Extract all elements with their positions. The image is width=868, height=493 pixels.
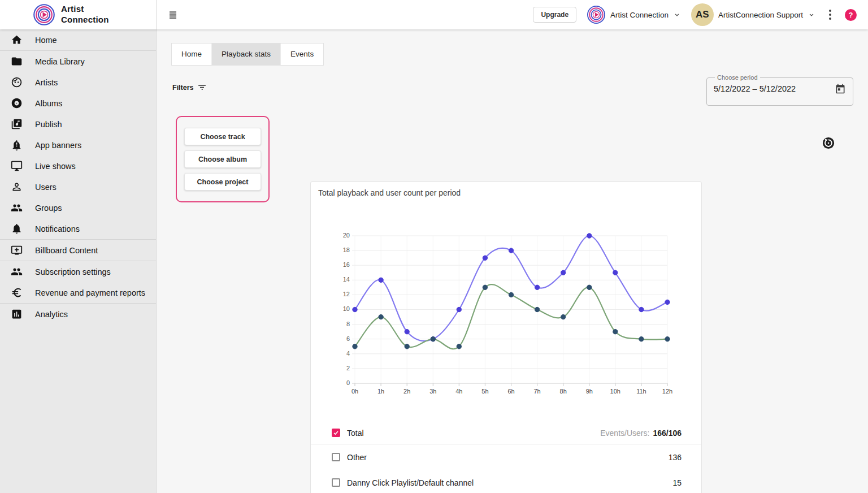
sidebar-item-revenue-and-payment-reports[interactable]: Revenue and payment reports	[0, 282, 156, 303]
svg-text:12: 12	[343, 291, 350, 297]
svg-text:5h: 5h	[481, 388, 488, 395]
sidebar-item-notifications[interactable]: Notifications	[0, 218, 156, 239]
folder-icon	[11, 55, 23, 67]
chart-legend: TotalEvents/Users:166/106Other136Danny C…	[311, 422, 701, 493]
sidebar: HomeMedia LibraryArtistsAlbumsPublishApp…	[0, 29, 157, 493]
sidebar-item-label: Revenue and payment reports	[35, 288, 145, 297]
svg-text:4h: 4h	[455, 388, 462, 395]
analytics-icon	[11, 308, 23, 320]
sidebar-item-label: Artists	[35, 78, 58, 87]
sidebar-item-media-library[interactable]: Media Library	[0, 51, 156, 72]
app-logo: Artist Connection	[0, 0, 157, 29]
choose-album-button[interactable]: Choose album	[184, 150, 261, 168]
svg-text:12h: 12h	[662, 388, 672, 395]
library-music-icon	[11, 118, 23, 130]
add-to-queue-icon	[11, 244, 23, 256]
checkbox-checked[interactable]	[332, 429, 340, 437]
svg-text:8: 8	[346, 321, 350, 327]
avatar: AS	[691, 3, 714, 26]
svg-text:10: 10	[343, 305, 350, 312]
upgrade-button[interactable]: Upgrade	[533, 7, 576, 23]
sidebar-item-label: Subscription settings	[35, 267, 111, 276]
sidebar-item-label: Publish	[35, 120, 62, 129]
svg-text:10h: 10h	[610, 388, 620, 395]
user-name: ArtistConnection Support	[718, 11, 803, 19]
legend-row-danny-click-playlist-default-channel: Danny Click Playlist/Default channel15	[311, 470, 701, 493]
sidebar-item-analytics[interactable]: Analytics	[0, 304, 156, 325]
legend-label: Danny Click Playlist/Default channel	[347, 478, 474, 487]
legend-value-group: Events/Users:166/106	[600, 429, 682, 438]
sidebar-item-label: Media Library	[35, 57, 85, 66]
filter-selection-box: Choose trackChoose albumChoose project	[176, 116, 270, 202]
svg-text:2h: 2h	[403, 388, 410, 395]
legend-value-group: 136	[669, 453, 682, 462]
user-menu[interactable]: AS ArtistConnection Support	[691, 3, 815, 26]
sidebar-item-subscription-settings[interactable]: Subscription settings	[0, 261, 156, 282]
tab-bar: HomePlayback statsEvents	[171, 43, 324, 66]
sidebar-item-users[interactable]: Users	[0, 176, 156, 197]
sidebar-item-label: Users	[35, 183, 57, 192]
sidebar-item-label: Notifications	[35, 224, 80, 233]
choose-period-field[interactable]: Choose period 5/12/2022 – 5/12/2022	[706, 74, 853, 106]
account-label: Artist Connection	[610, 11, 669, 19]
chart-title: Total playback and user count per period	[318, 188, 461, 197]
checkbox-unchecked[interactable]	[332, 453, 340, 461]
brand-name: Artist Connection	[61, 4, 109, 25]
help-icon[interactable]	[845, 9, 857, 21]
tab-home[interactable]: Home	[172, 44, 211, 65]
desktop-icon	[11, 160, 23, 172]
svg-text:16: 16	[343, 261, 350, 268]
checkbox-unchecked[interactable]	[332, 478, 340, 487]
sidebar-item-artists[interactable]: Artists	[0, 72, 156, 93]
legend-value-group: 15	[672, 478, 682, 487]
sidebar-item-billboard-content[interactable]: Billboard Content	[0, 240, 156, 261]
album-icon	[11, 97, 23, 109]
legend-value: 136	[669, 453, 682, 462]
legend-row-other: Other136	[311, 444, 701, 470]
sidebar-item-label: Billboard Content	[35, 246, 98, 255]
sidebar-item-label: Live shows	[35, 162, 76, 171]
svg-text:9h: 9h	[586, 388, 593, 395]
people-icon	[11, 202, 23, 214]
svg-text:0h: 0h	[351, 388, 358, 395]
more-options-icon[interactable]	[826, 7, 835, 22]
filters-toggle[interactable]: Filters	[172, 83, 207, 92]
svg-text:2: 2	[346, 365, 350, 371]
choose-track-button[interactable]: Choose track	[184, 128, 261, 145]
sidebar-item-label: Home	[35, 36, 57, 45]
euro-icon	[11, 287, 23, 299]
sidebar-item-albums[interactable]: Albums	[0, 93, 156, 114]
svg-text:1h: 1h	[377, 388, 384, 395]
tab-events[interactable]: Events	[280, 44, 323, 65]
sidebar-item-label: Analytics	[35, 310, 68, 319]
legend-label: Other	[347, 453, 367, 462]
svg-text:18: 18	[343, 246, 350, 253]
playback-stats-card: Total playback and user count per period…	[310, 181, 702, 493]
sidebar-item-home[interactable]: Home	[0, 29, 156, 50]
calendar-icon[interactable]	[835, 83, 846, 94]
svg-text:14: 14	[343, 276, 350, 283]
sidebar-item-app-banners[interactable]: App banners	[0, 135, 156, 155]
svg-text:6h: 6h	[507, 388, 514, 395]
period-value[interactable]: 5/12/2022 – 5/12/2022	[714, 84, 835, 93]
filter-list-icon	[197, 83, 207, 92]
choose-project-button[interactable]: Choose project	[184, 173, 261, 191]
svg-text:20: 20	[343, 232, 350, 239]
sidebar-item-live-shows[interactable]: Live shows	[0, 155, 156, 176]
sidebar-item-groups[interactable]: Groups	[0, 197, 156, 218]
legend-value-prefix: Events/Users:	[600, 429, 649, 438]
svg-text:6: 6	[346, 335, 350, 342]
svg-text:11h: 11h	[636, 388, 646, 395]
account-logo-icon	[587, 5, 606, 24]
sidebar-item-publish[interactable]: Publish	[0, 114, 156, 135]
refresh-history-icon[interactable]	[822, 137, 835, 149]
legend-value: 166/106	[653, 429, 682, 438]
tab-playback-stats[interactable]: Playback stats	[211, 44, 280, 65]
filters-label: Filters	[172, 84, 194, 92]
legend-row-total: TotalEvents/Users:166/106	[311, 422, 701, 444]
sidebar-item-label: Groups	[35, 204, 62, 213]
menu-icon[interactable]	[168, 10, 178, 20]
account-switcher[interactable]: Artist Connection	[587, 5, 681, 24]
svg-text:4: 4	[346, 350, 350, 357]
legend-label: Total	[347, 429, 364, 438]
